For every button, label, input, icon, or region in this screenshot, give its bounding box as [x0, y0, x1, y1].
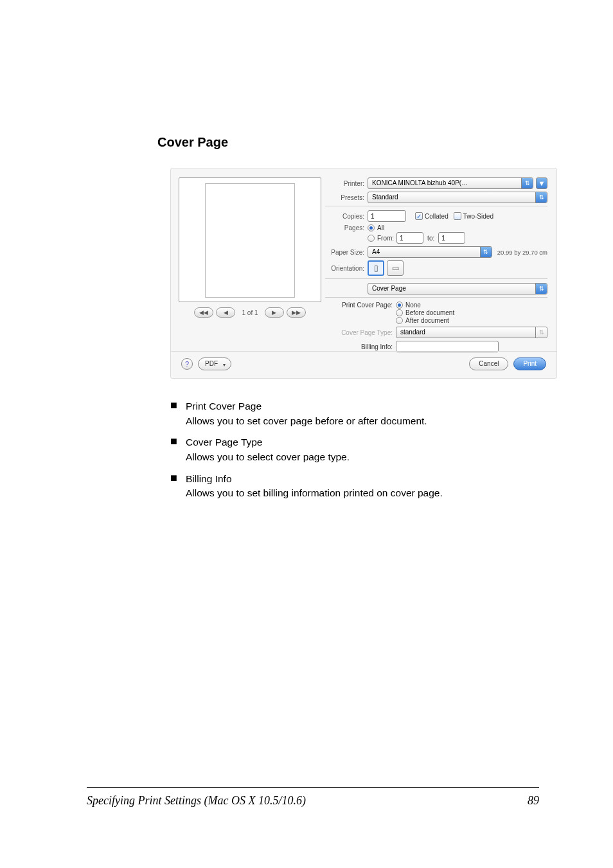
collated-checkbox[interactable]: ✓: [415, 212, 423, 220]
pcp-after-radio[interactable]: [396, 317, 403, 324]
twosided-label: Two-Sided: [463, 213, 493, 220]
pages-to-input[interactable]: [438, 232, 465, 244]
cover-page-type-value: standard: [400, 329, 425, 336]
collated-label: Collated: [425, 213, 449, 220]
desc-body-2: Allows you to set billing information pr…: [186, 486, 443, 500]
pcp-before-label: Before document: [405, 309, 454, 316]
copies-label: Copies:: [325, 213, 368, 220]
section-heading: Cover Page: [157, 135, 539, 150]
pages-all-label: All: [377, 224, 384, 231]
page-number: 89: [528, 794, 539, 808]
desc-title-2: Billing Info: [186, 472, 443, 486]
page-indicator: 1 of 1: [238, 309, 262, 316]
nav-next-button[interactable]: ▶: [265, 307, 284, 318]
landscape-icon: ▭: [392, 264, 399, 273]
chevron-up-down-icon: ⇅: [535, 192, 547, 203]
description-list: ■ Print Cover Page Allows you to set cov…: [170, 399, 539, 500]
orientation-landscape-button[interactable]: ▭: [387, 260, 404, 276]
chevron-up-down-icon: ⇅: [480, 247, 492, 257]
cover-page-type-select: standard ⇅: [396, 327, 547, 338]
printer-select[interactable]: KONICA MINOLTA bizhub 40P(… ⇅: [368, 177, 533, 189]
pages-from-radio[interactable]: [368, 235, 375, 242]
printer-label: Printer:: [325, 180, 368, 187]
papersize-label: Paper Size:: [325, 249, 368, 256]
portrait-icon: ▯: [374, 264, 378, 273]
chevron-up-down-icon: ⇅: [535, 327, 547, 338]
bullet-icon: ■: [170, 399, 186, 428]
cancel-button[interactable]: Cancel: [469, 357, 508, 370]
papersize-value: A4: [372, 248, 380, 255]
printer-select-value: KONICA MINOLTA bizhub 40P(…: [372, 179, 468, 186]
pages-label: Pages:: [325, 224, 368, 231]
copies-input[interactable]: [368, 210, 406, 222]
desc-body-0: Allows you to set cover page before or a…: [186, 414, 427, 428]
help-button[interactable]: ?: [181, 358, 193, 370]
pcp-after-label: After document: [405, 317, 449, 324]
print-dialog: ◀◀ ◀ 1 of 1 ▶ ▶▶ Printer: KONICA MINOLTA…: [170, 168, 557, 379]
presets-select-value: Standard: [372, 194, 398, 201]
pages-from-input[interactable]: [396, 232, 423, 244]
pcp-before-radio[interactable]: [396, 309, 403, 316]
presets-label: Presets:: [325, 194, 368, 201]
footer-title: Specifying Print Settings (Mac OS X 10.5…: [87, 794, 306, 808]
twosided-checkbox[interactable]: ✓: [454, 212, 461, 220]
cover-page-type-label: Cover Page Type:: [325, 329, 396, 336]
orientation-portrait-button[interactable]: ▯: [368, 260, 384, 276]
billing-info-label: Billing Info:: [325, 343, 396, 350]
pcp-none-radio[interactable]: [396, 302, 403, 309]
chevron-up-down-icon: ⇅: [535, 284, 547, 294]
papersize-dims: 20.99 by 29.70 cm: [497, 249, 547, 256]
nav-last-button[interactable]: ▶▶: [287, 307, 306, 318]
pages-from-label: From:: [377, 235, 394, 242]
pdf-menu-button[interactable]: PDF: [198, 357, 231, 370]
papersize-select[interactable]: A4 ⇅: [368, 246, 492, 258]
options-section-value: Cover Page: [372, 285, 406, 292]
print-button[interactable]: Print: [513, 357, 546, 370]
options-section-select[interactable]: Cover Page ⇅: [368, 283, 547, 294]
chevron-up-down-icon: ⇅: [521, 178, 533, 188]
bullet-icon: ■: [170, 435, 186, 464]
bullet-icon: ■: [170, 472, 186, 500]
nav-first-button[interactable]: ◀◀: [194, 307, 213, 318]
preview-nav: ◀◀ ◀ 1 of 1 ▶ ▶▶: [179, 307, 321, 318]
printer-info-button[interactable]: ▼: [536, 177, 547, 189]
desc-title-1: Cover Page Type: [186, 435, 350, 449]
pages-to-label: to:: [427, 235, 434, 242]
desc-title-0: Print Cover Page: [186, 399, 427, 413]
print-cover-page-label: Print Cover Page:: [325, 302, 396, 309]
desc-body-1: Allows you to select cover page type.: [186, 450, 350, 464]
print-preview: [179, 177, 321, 302]
presets-select[interactable]: Standard ⇅: [368, 192, 547, 203]
pcp-none-label: None: [405, 302, 421, 309]
pages-all-radio[interactable]: [368, 224, 375, 231]
nav-prev-button[interactable]: ◀: [216, 307, 235, 318]
orientation-label: Orientation:: [325, 265, 368, 272]
